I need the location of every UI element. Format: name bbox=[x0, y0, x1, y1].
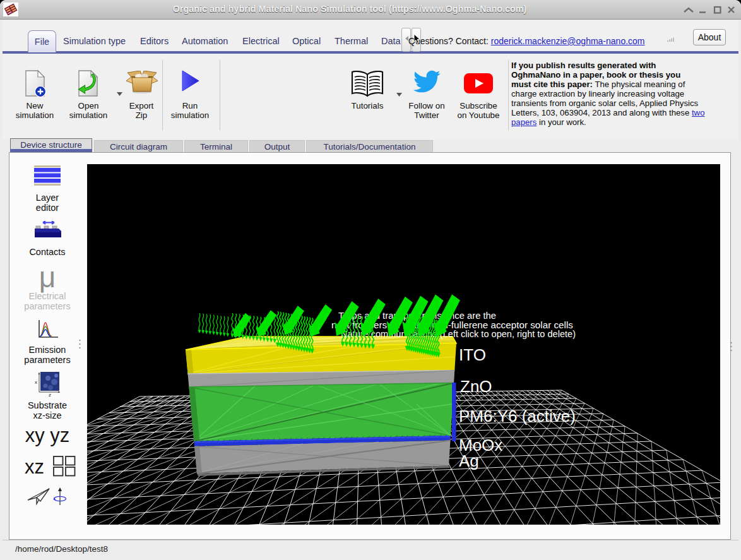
svg-text:Ag: Ag bbox=[459, 451, 479, 470]
svg-text:z: z bbox=[49, 392, 51, 396]
svg-text:x: x bbox=[35, 379, 37, 385]
svg-text:ITO: ITO bbox=[459, 345, 486, 364]
svg-text:PM6:Y6 (active): PM6:Y6 (active) bbox=[459, 407, 576, 426]
svg-text:ZnO: ZnO bbox=[460, 377, 492, 396]
svg-text:Nature communications (Left cl: Nature communications (Left click to ope… bbox=[341, 330, 576, 339]
